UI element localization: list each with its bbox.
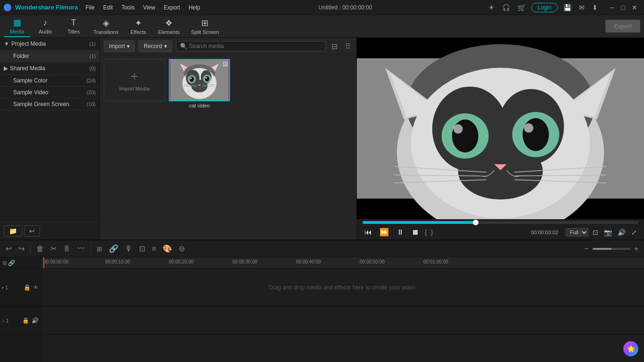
audio-zone[interactable] [41,306,644,335]
filmora-ai-button[interactable]: 🌟 [623,341,638,356]
save-icon[interactable]: 💾 [561,3,573,12]
import-button[interactable]: Import ▾ [104,41,135,52]
menu-file[interactable]: File [82,3,98,12]
folder-item[interactable]: Folder (1) [0,50,99,62]
message-icon[interactable]: ✉ [577,3,586,12]
minimize-button[interactable]: ─ [607,3,618,12]
toolbar-elements-label: Elements [158,29,180,35]
toolbar-elements[interactable]: ❖ Elements [153,16,184,37]
menu-view[interactable]: View [139,3,159,12]
toolbar-effects-label: Effects [131,29,146,35]
video-drop-zone[interactable]: Drag and drop media and effects here to … [41,269,644,306]
zoom-slider[interactable] [593,248,630,250]
sample-video-count: (20) [86,90,96,95]
time-marker-6: 00:01:00:00 [423,259,448,264]
step-back-button[interactable]: ⏮ [363,227,374,238]
brightness-icon[interactable]: ☀ [487,3,496,12]
menu-help[interactable]: Help [185,3,204,12]
project-media-header[interactable]: ▼ Project Media (1) [0,38,99,50]
menu-tools[interactable]: Tools [117,3,138,12]
toolbar-media[interactable]: ▦ Media [4,16,30,37]
audio-lock-button[interactable]: 🔒 [22,317,30,324]
audio-mute-button[interactable]: 🔊 [31,317,39,324]
timeline-toolbar: ↩ ↪ 🗑 ✂ 🎚 〰 ⊞ 🔗 🎙 ⊡ ≡ 🎨 ⊖ − + [0,240,644,257]
menu-export[interactable]: Export [160,3,184,12]
menu-edit[interactable]: Edit [99,3,117,12]
filter-icon[interactable]: ⊟ [330,41,339,52]
expand-preview-button[interactable]: ⤢ [630,228,638,237]
volume-button[interactable]: 🔊 [616,228,627,237]
remove-item-button[interactable]: ↩ [24,225,40,237]
time-display: 00:00:03:02 [531,230,558,235]
video-visibility-button[interactable]: 👁 [33,284,39,291]
toolbar-transitions[interactable]: ◈ Transitions [89,16,123,37]
media-type-icon: 🖼 [223,61,228,67]
stop-button[interactable]: ⏹ [410,227,421,238]
record-dropdown-icon: ▾ [164,43,167,49]
speed-button[interactable]: ⊖ [177,243,187,254]
undo-button[interactable]: ↩ [4,243,14,254]
add-folder-button[interactable]: 📁 [4,225,22,237]
svg-point-16 [205,77,207,79]
color-button[interactable]: 🎨 [161,243,174,254]
toolbar-audio[interactable]: ♪ Audio [32,16,58,36]
toolbar-effects[interactable]: ✦ Effects [125,16,151,37]
quality-select[interactable]: Full [566,228,588,237]
toolbar-split-screen[interactable]: ⊞ Split Screen [186,16,223,37]
grid-view-icon[interactable]: ⠿ [343,41,353,52]
search-box[interactable]: 🔍 [176,41,326,51]
maximize-button[interactable]: □ [619,3,628,12]
download-icon[interactable]: ⬇ [590,3,600,12]
timeline-add-track-button[interactable]: ⊞ [95,244,104,254]
zoom-in-button[interactable]: + [632,244,640,254]
main-toolbar: ▦ Media ♪ Audio T Titles ◈ Transitions ✦… [0,15,644,38]
playback-controls: ⏮ ⏩ ⏸ ⏹ { } 00:00:03:02 Full ⊡ 📷 🔊 ⤢ [363,227,638,238]
audio-adj-button[interactable]: 🎚 [61,244,73,254]
headphones-icon[interactable]: 🎧 [500,3,512,12]
record-track-button[interactable]: 🎙 [123,244,134,254]
sample-color-label: Sample Color [13,77,48,84]
cut-button[interactable]: ✂ [49,243,58,254]
elements-icon: ❖ [165,18,173,28]
cart-icon[interactable]: 🛒 [516,3,528,12]
link-tracks-button[interactable]: 🔗 [8,259,16,267]
shared-media-header[interactable]: ▶ Shared Media (0) [0,62,99,75]
redo-button[interactable]: ↪ [17,243,26,254]
overlay-button[interactable]: ⊡ [137,243,147,254]
sample-green-screen-item[interactable]: Sample Green Screen (10) [0,99,99,110]
record-button[interactable]: Record ▾ [139,41,172,52]
delete-button[interactable]: 🗑 [34,244,46,254]
pause-button[interactable]: ⏸ [395,227,406,238]
time-ruler: 00:00:00:00 00:00:10:00 00:00:20:00 00:0… [41,257,644,269]
video-lock-button[interactable]: 🔒 [23,284,31,291]
transitions-icon: ◈ [103,18,109,28]
add-track-button[interactable]: ⊞ [2,259,8,267]
media-grid: + Import Media [100,55,356,239]
time-marker-4: 00:00:40:00 [296,259,321,264]
magnet-button[interactable]: 🔗 [107,243,120,254]
playback-bar: ⏮ ⏩ ⏸ ⏹ { } 00:00:03:02 Full ⊡ 📷 🔊 ⤢ [357,219,644,239]
search-input[interactable] [189,43,322,49]
toolbar-titles[interactable]: T Titles [60,16,87,36]
svg-point-37 [522,118,549,151]
drop-hint: Drag and drop media and effects here to … [269,284,417,291]
cat-video-thumb[interactable]: 🖼 cat video [169,59,230,108]
expand-arrow-icon: ▼ [4,41,9,47]
progress-fill [363,221,476,224]
fullscreen-button[interactable]: ⊡ [591,228,600,237]
subtitle-button[interactable]: ≡ [150,244,158,254]
snapshot-button[interactable]: 📷 [603,228,613,237]
waveform-button[interactable]: 〰 [75,244,87,254]
playhead [43,257,44,268]
zoom-out-button[interactable]: − [582,244,590,254]
sample-color-item[interactable]: Sample Color (24) [0,75,99,87]
fast-back-button[interactable]: ⏩ [378,227,391,238]
progress-bar[interactable] [363,221,638,224]
sample-video-item[interactable]: Sample Video (20) [0,87,99,99]
close-button[interactable]: ✕ [629,3,640,12]
app-title: Untitled : 00:00:00:00 [318,4,372,11]
import-label: Import [109,43,125,49]
import-media-placeholder[interactable]: + Import Media [104,59,165,101]
window-controls: ─ □ ✕ [607,3,640,12]
login-button[interactable]: Login [531,3,557,12]
